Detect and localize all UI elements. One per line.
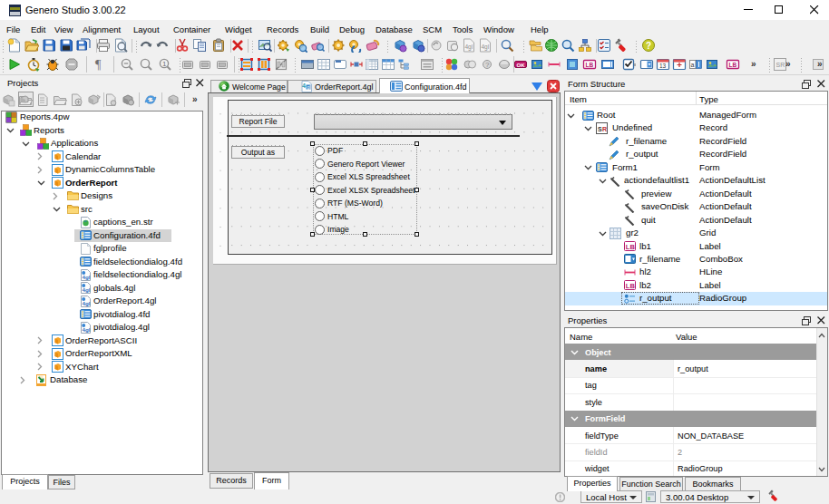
svg-text:?: ? [485,61,490,69]
svg-text:LB: LB [626,243,636,251]
svg-text:LB: LB [586,62,594,68]
svg-text:¶: ¶ [95,58,102,72]
svg-text:4gl: 4gl [465,44,473,51]
svg-text:?: ? [646,41,651,51]
svg-text:LB: LB [729,62,737,68]
svg-text:4gl: 4gl [83,286,91,293]
svg-text:4gl: 4gl [482,44,490,51]
svg-text:4gl: 4gl [83,274,91,280]
svg-text:4gl: 4gl [83,326,91,333]
svg-text:1: 1 [162,60,167,68]
svg-text:gl: gl [307,84,310,90]
svg-text:SR: SR [776,62,785,68]
svg-text:13: 13 [659,63,667,69]
svg-text:R: R [602,125,607,131]
svg-text:4: 4 [302,82,306,89]
svg-text:a: a [691,62,695,68]
svg-text:OK: OK [517,63,526,68]
svg-text:4gl: 4gl [83,300,91,306]
svg-text:LB: LB [626,282,636,290]
